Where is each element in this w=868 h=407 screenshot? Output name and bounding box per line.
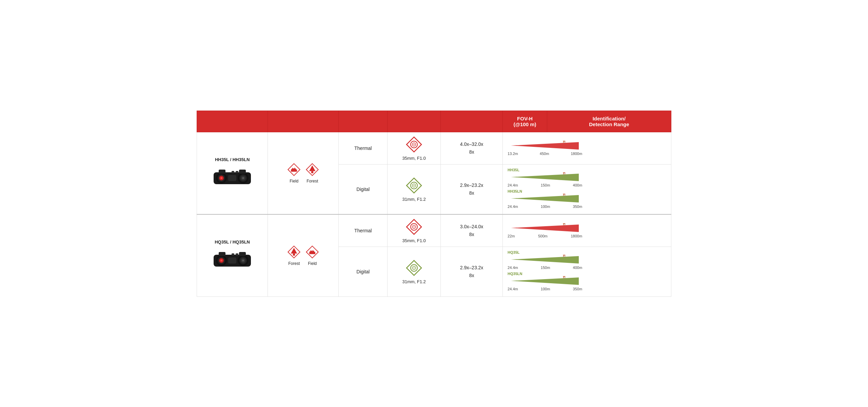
model-cell: HH35L / HH35LN [197, 132, 268, 214]
range-cell: HH35L 🦌 24.4m150m400m HH35LN 🦌 24.4m100m… [503, 164, 671, 214]
scenario-label: Field [290, 179, 298, 183]
magnification-cell: 3.0x–24.0x8x [441, 214, 503, 247]
svg-marker-23 [511, 142, 579, 150]
col-model [197, 111, 268, 132]
svg-text:🦌: 🦌 [561, 141, 567, 143]
svg-point-22 [414, 144, 415, 145]
svg-rect-12 [232, 171, 234, 173]
svg-point-4 [220, 177, 222, 179]
magnification-cell: 4.0x–32.0x8x [441, 132, 503, 164]
scenarios-cell: Forest Field [268, 214, 339, 297]
svg-text:🦌: 🦌 [561, 276, 567, 279]
svg-point-55 [414, 226, 415, 227]
range-cell: HQ35L 🦌 24.4m150m400m HQ35LN 🦌 24.4m100m… [503, 247, 671, 296]
svg-rect-51 [309, 253, 315, 254]
lens-cell: 31mm, F1.2 [388, 164, 441, 214]
magnification-text: 2.9x–23.2x8x [443, 181, 500, 197]
magnification-cell: 2.9x–23.2x8x [441, 247, 503, 296]
col-range: Identification/Detection Range [547, 111, 671, 132]
svg-text:🦌: 🦌 [561, 255, 567, 257]
svg-rect-11 [239, 170, 246, 174]
lens-icon [405, 136, 423, 154]
svg-rect-42 [228, 257, 236, 264]
lens-info: 35mm, F1.0 [402, 238, 426, 243]
magnification-text: 4.0x–32.0x8x [443, 140, 500, 156]
lens-info: 31mm, F1.2 [402, 279, 426, 284]
svg-rect-49 [293, 253, 295, 255]
lens-cell: 35mm, F1.0 [388, 214, 441, 247]
scenario-label: Forest [288, 261, 300, 266]
lens-info: 35mm, F1.0 [402, 156, 426, 161]
col-lens [388, 111, 441, 132]
svg-marker-64 [511, 277, 579, 285]
svg-point-37 [220, 259, 222, 261]
svg-rect-45 [232, 253, 234, 255]
svg-rect-13 [236, 171, 238, 173]
lens-icon [405, 177, 423, 195]
svg-rect-9 [228, 175, 236, 181]
scenario-icon [305, 163, 319, 177]
spectrum-text: Digital [356, 187, 370, 192]
range-cell: 🦌 13.2m450m1800m [503, 132, 671, 164]
scenario-icon [287, 245, 301, 260]
svg-text:🦌: 🦌 [561, 223, 567, 226]
svg-marker-56 [511, 225, 579, 232]
spectrum-text: Digital [356, 269, 370, 274]
product-image [200, 249, 264, 272]
spectrum-text: Thermal [354, 228, 372, 233]
range-cell: 🦌 22m500m1800m [503, 214, 671, 247]
svg-rect-18 [311, 171, 313, 173]
fov-diagram-item: HQ35L 🦌 24.4m150m400m [508, 250, 666, 270]
lens-cell: 35mm, F1.0 [388, 132, 441, 164]
lens-cell: 31mm, F1.2 [388, 247, 441, 296]
col-spectrum [339, 111, 388, 132]
scenario-item: Field [287, 163, 301, 183]
svg-rect-15 [291, 171, 297, 172]
scenario-icon [305, 245, 319, 260]
svg-point-61 [414, 267, 415, 268]
fov-diagram-item: HQ35LN 🦌 24.4m100m350m [508, 272, 666, 291]
magnification-cell: 2.9x–23.2x8x [441, 164, 503, 214]
magnification-text: 2.9x–23.2x8x [443, 264, 500, 279]
spectrum-cell: Digital [339, 247, 388, 296]
fov-diagram-item: HH35L 🦌 24.4m150m400m [508, 168, 666, 187]
scenario-icon [287, 163, 301, 177]
spectrum-cell: Thermal [339, 132, 388, 164]
product-image [200, 166, 264, 189]
magnification-text: 3.0x–24.0x8x [443, 223, 500, 238]
svg-marker-31 [511, 195, 579, 202]
scenario-item: Forest [305, 163, 319, 183]
scenario-item: Field [305, 245, 319, 266]
svg-rect-46 [236, 253, 238, 255]
lens-icon [405, 218, 423, 237]
svg-text:🦌: 🦌 [561, 172, 567, 175]
svg-point-8 [242, 177, 244, 179]
model-name: HH35L / HH35LN [200, 157, 264, 162]
svg-text:🦌: 🦌 [561, 194, 567, 196]
scenarios-cell: Field Forest [268, 132, 339, 214]
col-magnification [441, 111, 503, 132]
svg-marker-29 [511, 174, 579, 181]
svg-marker-62 [511, 256, 579, 264]
spectrum-cell: Digital [339, 164, 388, 214]
svg-point-41 [242, 259, 244, 261]
model-name: HQ35L / HQ35LN [200, 239, 264, 245]
lens-info: 31mm, F1.2 [402, 197, 426, 202]
svg-rect-43 [219, 252, 225, 256]
scenario-label: Forest [307, 179, 318, 183]
scenario-label: Field [308, 261, 317, 266]
col-fov: FOV-H(@100 m) [503, 111, 547, 132]
spectrum-cell: Thermal [339, 214, 388, 247]
svg-point-28 [414, 185, 415, 186]
spectrum-text: Thermal [354, 146, 372, 151]
lens-icon [405, 259, 423, 278]
scenario-item: Forest [287, 245, 301, 266]
svg-rect-10 [219, 170, 225, 174]
fov-diagram-item: HH35LN 🦌 24.4m100m350m [508, 189, 666, 209]
svg-rect-44 [239, 252, 246, 256]
model-cell: HQ35L / HQ35LN [197, 214, 268, 297]
col-scenarios [268, 111, 339, 132]
